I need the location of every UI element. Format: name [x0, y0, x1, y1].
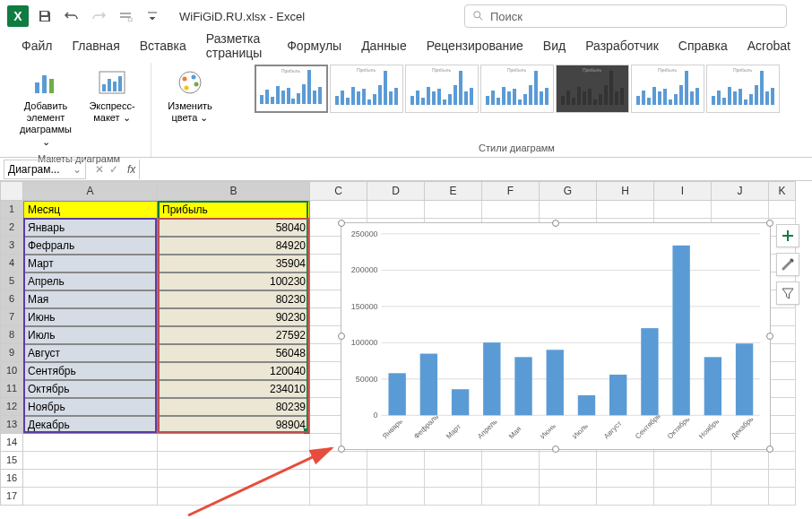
- cell[interactable]: [23, 488, 158, 506]
- resize-handle[interactable]: [766, 333, 773, 340]
- cell[interactable]: 120040: [158, 362, 310, 380]
- cell[interactable]: [482, 452, 540, 470]
- formula-bar[interactable]: [139, 160, 812, 179]
- cell[interactable]: [158, 452, 310, 470]
- row-header[interactable]: 15: [0, 452, 23, 470]
- row-header[interactable]: 12: [0, 398, 23, 416]
- cell[interactable]: Июль: [23, 326, 158, 344]
- tab-developer[interactable]: Разработчик: [576, 33, 668, 58]
- cell[interactable]: [23, 434, 158, 452]
- chart-style-thumb[interactable]: Прибыль: [405, 65, 479, 113]
- chart-style-thumb[interactable]: Прибыль: [556, 65, 629, 113]
- cell[interactable]: Декабрь: [23, 416, 158, 434]
- resize-handle[interactable]: [552, 445, 559, 453]
- col-header-I[interactable]: I: [654, 181, 712, 201]
- tab-layout[interactable]: Разметка страницы: [197, 26, 276, 65]
- row-header[interactable]: 17: [0, 488, 23, 506]
- cell[interactable]: [367, 470, 425, 488]
- cell[interactable]: Мая: [23, 290, 158, 308]
- cancel-formula-icon[interactable]: ✕: [95, 163, 104, 176]
- row-header[interactable]: 10: [0, 362, 23, 380]
- cell[interactable]: [769, 308, 796, 326]
- cell[interactable]: [367, 488, 425, 506]
- resize-handle[interactable]: [338, 445, 345, 453]
- tab-insert[interactable]: Вставка: [131, 33, 195, 58]
- undo-button[interactable]: [63, 7, 81, 25]
- col-header-K[interactable]: K: [769, 181, 796, 201]
- redo-button[interactable]: [90, 7, 108, 25]
- cell[interactable]: 27592: [158, 326, 310, 344]
- col-header-F[interactable]: F: [482, 181, 540, 201]
- tab-help[interactable]: Справка: [669, 33, 737, 58]
- cell[interactable]: 90230: [158, 308, 310, 326]
- cell[interactable]: 80239: [158, 398, 310, 416]
- tab-view[interactable]: Вид: [534, 33, 574, 58]
- cell[interactable]: [769, 201, 796, 219]
- cell[interactable]: [425, 452, 482, 470]
- row-header[interactable]: 6: [0, 290, 23, 308]
- cell[interactable]: [310, 470, 367, 488]
- save-button[interactable]: [36, 7, 54, 25]
- cell[interactable]: Октябрь: [23, 380, 158, 398]
- cell[interactable]: [367, 201, 425, 219]
- cell[interactable]: [654, 470, 712, 488]
- cell[interactable]: 84920: [158, 237, 310, 255]
- cell[interactable]: [425, 488, 482, 506]
- fx-icon[interactable]: fx: [127, 163, 135, 176]
- chart-style-thumb[interactable]: Прибыль: [706, 65, 780, 113]
- col-header-H[interactable]: H: [597, 181, 654, 201]
- cell[interactable]: [712, 452, 769, 470]
- cell[interactable]: 100230: [158, 272, 310, 290]
- resize-handle[interactable]: [338, 333, 345, 340]
- cell[interactable]: [310, 488, 367, 506]
- cell[interactable]: [425, 470, 482, 488]
- chart-style-thumb[interactable]: Прибыль: [330, 65, 403, 113]
- cell[interactable]: [540, 470, 597, 488]
- cell[interactable]: [654, 452, 712, 470]
- cell[interactable]: [712, 470, 769, 488]
- tab-formulas[interactable]: Формулы: [278, 33, 350, 58]
- col-header-A[interactable]: A: [23, 181, 158, 201]
- row-header[interactable]: 8: [0, 326, 23, 344]
- cell[interactable]: [769, 398, 796, 416]
- cell[interactable]: Март: [23, 255, 158, 272]
- cell[interactable]: [23, 452, 158, 470]
- chart-style-thumb[interactable]: Прибыль: [631, 65, 704, 113]
- col-header-C[interactable]: C: [310, 181, 367, 201]
- cell[interactable]: [540, 452, 597, 470]
- tab-home[interactable]: Главная: [63, 33, 128, 58]
- chart-filter-button[interactable]: [776, 281, 799, 305]
- chart-styles-button[interactable]: [776, 253, 799, 276]
- cell[interactable]: [310, 201, 367, 219]
- cell[interactable]: [597, 201, 654, 219]
- cell[interactable]: Апрель: [23, 272, 158, 290]
- cell[interactable]: Месяц: [23, 201, 158, 219]
- col-header-J[interactable]: J: [712, 181, 769, 201]
- cell[interactable]: [482, 470, 540, 488]
- cell[interactable]: [23, 470, 158, 488]
- cell[interactable]: [712, 488, 769, 506]
- col-header-E[interactable]: E: [425, 181, 482, 201]
- row-header[interactable]: 9: [0, 344, 23, 362]
- tab-review[interactable]: Рецензирование: [418, 33, 532, 58]
- cell[interactable]: 234010: [158, 380, 310, 398]
- qat-dropdown[interactable]: [143, 7, 161, 25]
- col-header-G[interactable]: G: [540, 181, 597, 201]
- cell[interactable]: Ноябрь: [23, 398, 158, 416]
- cell[interactable]: [482, 201, 540, 219]
- cell[interactable]: 56048: [158, 344, 310, 362]
- cell[interactable]: 98904: [158, 416, 310, 434]
- cell[interactable]: Сентябрь: [23, 362, 158, 380]
- cell[interactable]: [769, 416, 796, 434]
- resize-handle[interactable]: [766, 445, 773, 453]
- cell[interactable]: [158, 434, 310, 452]
- cell[interactable]: [482, 488, 540, 506]
- cell[interactable]: [158, 488, 310, 506]
- chart-object[interactable]: 050000100000150000200000250000 ЯнварьФеф…: [341, 222, 771, 450]
- search-input[interactable]: Поиск: [464, 4, 787, 28]
- cell[interactable]: [540, 488, 597, 506]
- tab-acrobat[interactable]: Acrobat: [739, 33, 799, 58]
- row-header[interactable]: 7: [0, 308, 23, 326]
- row-header[interactable]: 13: [0, 416, 23, 434]
- row-header[interactable]: 11: [0, 380, 23, 398]
